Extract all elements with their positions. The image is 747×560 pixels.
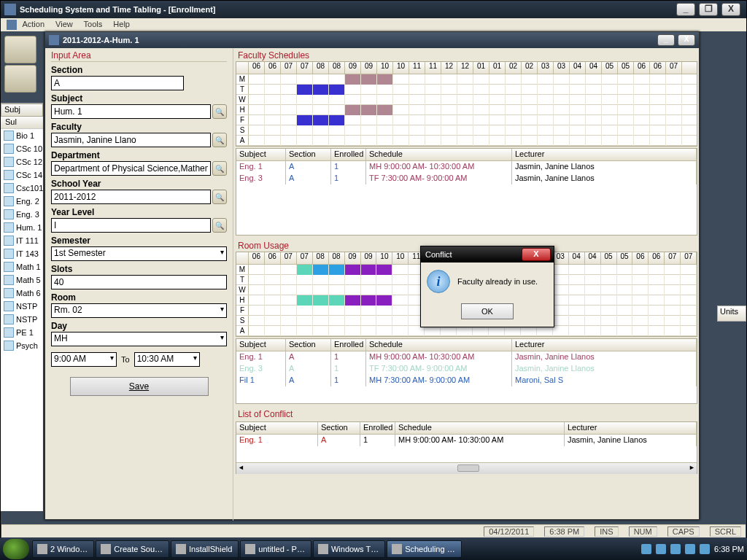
- time-slot[interactable]: [297, 105, 313, 115]
- start-button[interactable]: [3, 539, 29, 559]
- time-slot[interactable]: [489, 125, 506, 136]
- time-slot[interactable]: [538, 136, 554, 146]
- time-slot[interactable]: [522, 95, 538, 105]
- table-row[interactable]: Fil 1A1MH 7:30:00 AM- 9:00:00 AMMaroni, …: [236, 375, 697, 386]
- time-slot[interactable]: [249, 265, 265, 275]
- time-slot[interactable]: [570, 95, 586, 105]
- time-slot[interactable]: [632, 316, 649, 326]
- time-slot[interactable]: [632, 285, 649, 295]
- time-slot[interactable]: [457, 95, 473, 105]
- time-slot[interactable]: [329, 285, 345, 295]
- time-slot[interactable]: [425, 95, 441, 105]
- time-slot[interactable]: [297, 85, 313, 95]
- time-slot[interactable]: [473, 136, 489, 146]
- time-slot[interactable]: [553, 265, 569, 275]
- time-slot[interactable]: [313, 326, 329, 336]
- time-slot[interactable]: [554, 85, 570, 95]
- time-slot[interactable]: [586, 95, 602, 105]
- time-slot[interactable]: [554, 115, 570, 125]
- time-slot[interactable]: [634, 125, 650, 136]
- child-close-button[interactable]: X: [678, 34, 695, 46]
- subject-list-item[interactable]: Csc101: [1, 182, 43, 195]
- time-slot[interactable]: [265, 316, 281, 326]
- room-combo[interactable]: Rm. 02: [51, 303, 227, 318]
- col-schedule[interactable]: Schedule: [395, 422, 565, 434]
- time-slot[interactable]: [666, 136, 682, 146]
- time-slot[interactable]: [570, 74, 586, 85]
- time-slot[interactable]: [393, 125, 409, 136]
- time-slot[interactable]: [457, 136, 473, 146]
- time-slot[interactable]: [506, 85, 522, 95]
- time-slot[interactable]: [281, 316, 297, 326]
- time-slot[interactable]: [281, 326, 297, 336]
- time-slot[interactable]: [425, 326, 441, 336]
- time-slot[interactable]: [554, 105, 570, 115]
- maximize-button[interactable]: ❐: [699, 3, 718, 16]
- close-button[interactable]: X: [721, 3, 740, 16]
- time-slot[interactable]: [313, 115, 329, 125]
- time-slot[interactable]: [681, 326, 697, 336]
- time-slot[interactable]: [634, 115, 650, 125]
- time-slot[interactable]: [585, 275, 601, 285]
- time-slot[interactable]: [650, 115, 666, 125]
- time-slot[interactable]: [281, 295, 297, 306]
- save-button[interactable]: Save: [70, 377, 209, 396]
- time-slot[interactable]: [345, 85, 361, 95]
- section-input[interactable]: [51, 76, 184, 90]
- time-slot[interactable]: [329, 125, 345, 136]
- time-slot[interactable]: [376, 265, 392, 275]
- time-slot[interactable]: [265, 95, 281, 105]
- taskbar-item[interactable]: Scheduling …: [387, 540, 462, 558]
- time-slot[interactable]: [393, 136, 409, 146]
- menu-help[interactable]: Help: [113, 20, 130, 28]
- time-slot[interactable]: [329, 275, 345, 285]
- time-slot[interactable]: [602, 125, 618, 136]
- time-slot[interactable]: [377, 95, 393, 105]
- time-slot[interactable]: [249, 285, 265, 295]
- time-slot[interactable]: [665, 285, 681, 295]
- time-slot[interactable]: [441, 125, 457, 136]
- time-slot[interactable]: [585, 306, 601, 316]
- time-slot[interactable]: [392, 316, 409, 326]
- time-slot[interactable]: [281, 275, 297, 285]
- time-to-combo[interactable]: 10:30 AM: [134, 352, 200, 367]
- menu-view[interactable]: View: [55, 20, 73, 28]
- time-slot[interactable]: [569, 275, 585, 285]
- time-slot[interactable]: [441, 85, 457, 95]
- subject-lookup-button[interactable]: [212, 104, 227, 119]
- time-slot[interactable]: [297, 316, 313, 326]
- time-slot[interactable]: [425, 136, 441, 146]
- time-slot[interactable]: [617, 285, 633, 295]
- time-slot[interactable]: [265, 115, 281, 125]
- time-slot[interactable]: [601, 326, 617, 336]
- subject-list-item[interactable]: NSTP: [1, 313, 43, 326]
- time-slot[interactable]: [377, 115, 393, 125]
- time-slot[interactable]: [570, 115, 586, 125]
- time-slot[interactable]: [265, 275, 281, 285]
- time-slot[interactable]: [522, 105, 538, 115]
- time-slot[interactable]: [586, 136, 602, 146]
- time-slot[interactable]: [617, 316, 633, 326]
- time-slot[interactable]: [505, 326, 521, 336]
- time-slot[interactable]: [554, 95, 570, 105]
- time-slot[interactable]: [665, 306, 681, 316]
- time-slot[interactable]: [601, 306, 617, 316]
- time-slot[interactable]: [297, 326, 313, 336]
- time-slot[interactable]: [586, 74, 602, 85]
- time-slot[interactable]: [313, 295, 329, 306]
- time-slot[interactable]: [281, 115, 297, 125]
- time-slot[interactable]: [392, 326, 409, 336]
- time-slot[interactable]: [602, 105, 618, 115]
- time-slot[interactable]: [681, 306, 697, 316]
- time-slot[interactable]: [602, 136, 618, 146]
- time-slot[interactable]: [345, 105, 361, 115]
- time-slot[interactable]: [586, 105, 602, 115]
- time-slot[interactable]: [297, 95, 313, 105]
- time-slot[interactable]: [265, 295, 281, 306]
- time-slot[interactable]: [313, 74, 329, 85]
- time-slot[interactable]: [265, 136, 281, 146]
- time-slot[interactable]: [553, 295, 569, 306]
- time-slot[interactable]: [473, 125, 489, 136]
- time-slot[interactable]: [281, 265, 297, 275]
- time-slot[interactable]: [329, 326, 345, 336]
